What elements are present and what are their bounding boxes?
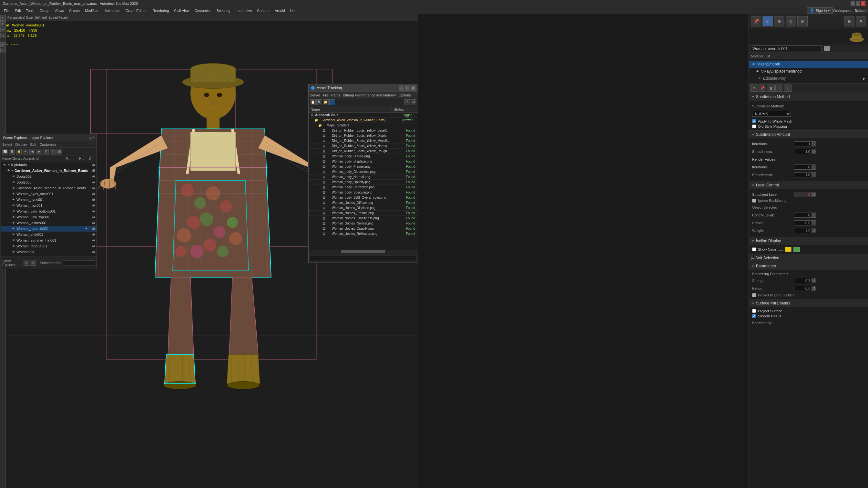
asset-close[interactable]: ✕ <box>411 86 416 91</box>
relax-down[interactable]: ▼ <box>812 288 816 291</box>
asset-item-16[interactable]: 🖼Woman_body_SSS_Overal_color.pngFound <box>309 195 418 200</box>
parameters-header[interactable]: ▼ Parameters <box>749 262 868 270</box>
asset-tool-3[interactable]: 📁 <box>323 99 329 105</box>
local-control-header[interactable]: ▼ Local Control <box>749 181 868 189</box>
asset-item-1[interactable]: 📁Gardener_Asian_Woman_in_Rubber_Boots_ma… <box>309 118 418 123</box>
render-smoothness-up[interactable]: ▲ <box>812 172 816 175</box>
apply-whole-mesh-check[interactable] <box>752 119 756 123</box>
tree-item-14[interactable]: 👁Woman_tongue001🏔 <box>1 243 96 249</box>
render-iterations-up[interactable]: ▲ <box>812 164 816 167</box>
smoothness-up[interactable]: ▲ <box>812 149 816 152</box>
tree-item-12[interactable]: 👁Woman_shirt001🏔 <box>1 232 96 237</box>
tree-item-4[interactable]: 👁Gardener_Asian_Woman_in_Rubber_Boots🏔 <box>1 185 96 191</box>
tree-item-8[interactable]: 👁Woman_Jaw_bottom001🏔 <box>1 208 96 214</box>
eye-icon-9[interactable]: 👁 <box>11 215 16 219</box>
smooth-result-check[interactable] <box>752 314 756 318</box>
control-level-up[interactable]: ▲ <box>812 213 816 215</box>
mod-small-delete[interactable]: 🗑 <box>767 85 775 92</box>
asset-item-15[interactable]: 🖼Woman_body_Specular.pngFound <box>309 190 418 195</box>
eye-icon-10[interactable]: 👁 <box>11 221 16 225</box>
isoline-header[interactable]: ▼ Isoline Display <box>749 237 868 245</box>
eye-icon-15[interactable]: 👁 <box>11 250 16 254</box>
modifier-eye[interactable]: 👁 <box>751 62 756 66</box>
tree-item-2[interactable]: 👁Boots002🏔 <box>1 173 96 179</box>
tool-link[interactable]: 🔗 <box>0 42 5 47</box>
iterations-up[interactable]: ▲ <box>812 141 816 144</box>
relax-up[interactable]: ▲ <box>812 286 816 288</box>
asset-item-3[interactable]: 🖼Dirt_on_Rubber_Boots_Yellow_BaseColor.p… <box>309 128 418 133</box>
weight-input[interactable] <box>794 228 812 233</box>
scene-explorer-restore[interactable]: □ <box>89 136 91 139</box>
footer-tool2[interactable]: ⊞ <box>30 260 36 266</box>
minimize-button[interactable]: — <box>850 1 855 6</box>
smooth-result-checkbox[interactable]: Smooth Result <box>752 314 865 318</box>
menu-group[interactable]: Group <box>37 8 52 13</box>
asset-minimize[interactable]: — <box>399 86 404 91</box>
asset-item-0[interactable]: 🏛Autodesk VaultLogged... <box>309 112 418 118</box>
toolbar-expand[interactable]: ▶ <box>36 149 42 155</box>
menu-customize-scene[interactable]: Customize <box>40 142 57 147</box>
modifier-item-vray[interactable]: 👁 VRayDisplacementMod <box>749 68 868 75</box>
sign-in-button[interactable]: 👤 Sign In ▾ <box>807 7 833 13</box>
eye-icon-4[interactable]: 👁 <box>11 186 16 190</box>
tree-item-13[interactable]: 👁Woman_summer_hat001🏔 <box>1 237 96 243</box>
tree-item-6[interactable]: 👁Woman_eyes001🏔 <box>1 197 96 202</box>
menu-rendering[interactable]: Rendering <box>150 8 172 13</box>
iterations-down[interactable]: ▼ <box>812 144 816 147</box>
tree-item-1[interactable]: 👁▼Gardener_Asian_Woman_in_Rubber_Boots🏔 <box>1 168 96 173</box>
asset-item-18[interactable]: 🖼Woman_clothes_Displace.pngFound <box>309 205 418 210</box>
cage-color-swatch-1[interactable] <box>785 247 792 252</box>
crease-down[interactable]: ▼ <box>812 223 816 225</box>
asset-item-10[interactable]: 🖼Woman_body_Fresnel.pngFound <box>309 164 418 169</box>
tree-item-3[interactable]: 👁Boots003🏔 <box>1 179 96 185</box>
menu-animation[interactable]: Animation <box>102 8 123 13</box>
relax-input[interactable] <box>794 286 812 291</box>
project-surface-check[interactable] <box>752 309 756 313</box>
asset-item-7[interactable]: 🖼Dirt_on_Rubber_Boots_Yellow_Roughness.p… <box>309 149 418 154</box>
eye-icon-3[interactable]: 👁 <box>11 180 16 185</box>
tool-select[interactable]: ⊕ <box>0 15 5 21</box>
control-level-spinner[interactable]: ▲ ▼ <box>794 213 816 218</box>
show-cage-checkbox[interactable]: Show Cage ...... <box>752 247 865 252</box>
window-controls[interactable]: — □ ✕ <box>850 1 865 6</box>
render-smoothness-down[interactable]: ▼ <box>812 175 816 177</box>
eye-icon-11[interactable]: 👁 <box>11 226 16 231</box>
iterations-input[interactable] <box>794 141 812 147</box>
surface-params-header[interactable]: ▼ Surface Parameters <box>749 299 868 307</box>
asset-item-21[interactable]: 🖼Woman_clothes_Normal.pngFound <box>309 221 418 226</box>
smoothness-input[interactable] <box>794 149 812 154</box>
crease-input[interactable] <box>794 220 812 225</box>
eye-icon-6[interactable]: 👁 <box>11 197 16 202</box>
menu-edit[interactable]: Edit <box>30 142 36 147</box>
asset-item-20[interactable]: 🖼Woman_clothes_Glossiness.pngFound <box>309 216 418 221</box>
asset-item-5[interactable]: 🖼Dirt_on_Rubber_Boots_Yellow_Metallic.pn… <box>309 138 418 143</box>
tree-item-0[interactable]: 👁▼0 (default)🏔 <box>1 162 96 168</box>
asset-item-17[interactable]: 🖼Woman_clothes_Diffuse.pngFound <box>309 200 418 205</box>
asset-menu-server[interactable]: Server <box>310 93 320 97</box>
weight-down[interactable]: ▼ <box>812 231 816 233</box>
menu-modifiers[interactable]: Modifiers <box>82 8 102 13</box>
soft-selection-header[interactable]: ▶ Soft Selection <box>749 254 868 262</box>
tree-item-10[interactable]: 👁Woman_lashes001🏔 <box>1 220 96 226</box>
asset-menu-file[interactable]: File <box>323 93 329 97</box>
menu-tools[interactable]: Tools <box>24 8 37 13</box>
render-smoothness-input[interactable] <box>794 172 812 177</box>
eye-icon-5[interactable]: 👁 <box>11 192 16 196</box>
control-level-input[interactable] <box>794 213 812 218</box>
eye-icon-2[interactable]: 👁 <box>11 174 16 179</box>
tool-scale[interactable]: ⊡ <box>0 33 5 38</box>
subdiv-amount-header[interactable]: ▼ Subdivision Amount <box>749 131 868 138</box>
tree-arrow-1[interactable]: ▼ <box>11 169 14 172</box>
menu-arnold[interactable]: Arnold <box>272 8 288 13</box>
sublevel-spinner[interactable]: ▲ ▼ <box>794 192 816 197</box>
render-smoothness-spinner[interactable]: ▲ ▼ <box>794 172 816 177</box>
tree-arrow-0[interactable]: ▼ <box>7 163 10 166</box>
eye-icon-0[interactable]: 👁 <box>2 163 7 167</box>
mod-tool-select-filter[interactable]: ⊡ <box>763 16 773 27</box>
mod-small-up[interactable]: ↑ <box>775 85 783 92</box>
subdivision-method-header[interactable]: ▼ Subdivision Method <box>749 93 868 101</box>
asset-footer-input[interactable] <box>310 255 416 261</box>
crease-spinner[interactable]: ▲ ▼ <box>794 220 816 225</box>
eye-icon-8[interactable]: 👁 <box>11 209 16 214</box>
weight-up[interactable]: ▲ <box>812 228 816 231</box>
